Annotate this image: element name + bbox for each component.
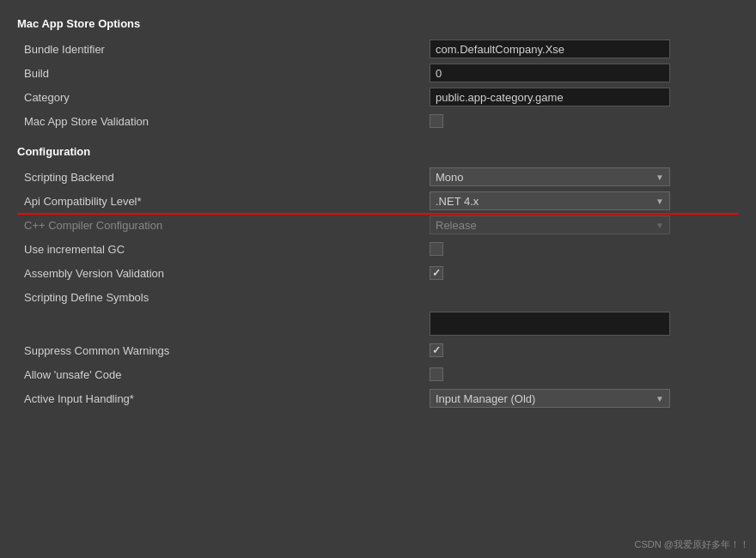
label-allow-unsafe-code: Allow 'unsafe' Code: [17, 368, 430, 381]
label-mac-app-store-validation: Mac App Store Validation: [17, 115, 430, 128]
dropdown-cpp-compiler-configuration-arrow: ▼: [655, 221, 664, 230]
section-title-mac-app-store: Mac App Store Options: [17, 17, 739, 30]
row-scripting-define-symbols-input: [17, 309, 739, 338]
label-build: Build: [17, 67, 430, 80]
dropdown-scripting-backend-arrow: ▼: [655, 173, 664, 182]
label-assembly-version-validation: Assembly Version Validation: [17, 267, 430, 280]
input-bundle-identifier[interactable]: [430, 39, 670, 58]
value-api-compatibility-level: .NET 4.x ▼: [430, 191, 739, 210]
row-bundle-identifier: Bundle Identifier: [17, 37, 739, 61]
dropdown-active-input-handling-value: Input Manager (Old): [436, 392, 535, 405]
value-active-input-handling: Input Manager (Old) ▼: [430, 389, 739, 408]
settings-panel: Mac App Store Options Bundle Identifier …: [0, 0, 756, 424]
dropdown-api-compatibility-level-arrow: ▼: [655, 197, 664, 206]
input-category[interactable]: [430, 88, 670, 106]
label-suppress-common-warnings: Suppress Common Warnings: [17, 344, 430, 357]
value-category: [430, 88, 739, 106]
dropdown-scripting-backend-value: Mono: [436, 171, 464, 184]
dropdown-api-compatibility-level[interactable]: .NET 4.x ▼: [430, 191, 670, 210]
label-category: Category: [17, 91, 430, 104]
value-cpp-compiler-configuration: Release ▼: [430, 215, 739, 234]
row-build: Build: [17, 61, 739, 85]
dropdown-cpp-compiler-configuration[interactable]: Release ▼: [430, 215, 670, 234]
value-allow-unsafe-code: [430, 367, 739, 381]
row-mac-app-store-validation: Mac App Store Validation: [17, 109, 739, 133]
watermark: CSDN @我爱原好多年！！: [635, 538, 749, 551]
label-use-incremental-gc: Use incremental GC: [17, 243, 430, 256]
value-build: [430, 64, 739, 82]
label-api-compatibility-level: Api Compatibility Level*: [17, 195, 430, 208]
row-category: Category: [17, 85, 739, 109]
value-suppress-common-warnings: [430, 343, 739, 357]
value-mac-app-store-validation: [430, 114, 739, 128]
textarea-scripting-define-symbols[interactable]: [430, 312, 670, 336]
input-build[interactable]: [430, 64, 670, 82]
label-scripting-define-symbols: Scripting Define Symbols: [17, 291, 430, 304]
checkbox-allow-unsafe-code[interactable]: [430, 367, 443, 381]
dropdown-cpp-compiler-configuration-value: Release: [436, 219, 477, 232]
dropdown-api-compatibility-level-value: .NET 4.x: [436, 195, 479, 208]
label-cpp-compiler-configuration: C++ Compiler Configuration: [17, 219, 430, 232]
checkbox-assembly-version-validation[interactable]: [430, 266, 443, 280]
dropdown-active-input-handling-arrow: ▼: [655, 394, 664, 403]
row-suppress-common-warnings: Suppress Common Warnings: [17, 338, 739, 362]
section-title-configuration: Configuration: [17, 145, 739, 158]
row-use-incremental-gc: Use incremental GC: [17, 237, 739, 261]
label-bundle-identifier: Bundle Identifier: [17, 43, 430, 56]
label-scripting-backend: Scripting Backend: [17, 171, 430, 184]
dropdown-scripting-backend[interactable]: Mono ▼: [430, 167, 670, 186]
row-assembly-version-validation: Assembly Version Validation: [17, 261, 739, 285]
dropdown-active-input-handling[interactable]: Input Manager (Old) ▼: [430, 389, 670, 408]
value-assembly-version-validation: [430, 266, 739, 280]
row-active-input-handling: Active Input Handling* Input Manager (Ol…: [17, 386, 739, 410]
checkbox-mac-app-store-validation[interactable]: [430, 114, 443, 128]
value-scripting-define-symbols-textarea: [430, 312, 739, 336]
row-scripting-define-symbols: Scripting Define Symbols: [17, 285, 739, 309]
value-scripting-backend: Mono ▼: [430, 167, 739, 186]
row-cpp-compiler-configuration: C++ Compiler Configuration Release ▼: [17, 213, 739, 237]
value-bundle-identifier: [430, 39, 739, 58]
label-active-input-handling: Active Input Handling*: [17, 392, 430, 405]
value-use-incremental-gc: [430, 242, 739, 256]
checkbox-suppress-common-warnings[interactable]: [430, 343, 443, 357]
row-api-compatibility-level: Api Compatibility Level* .NET 4.x ▼: [17, 189, 739, 213]
row-scripting-backend: Scripting Backend Mono ▼: [17, 165, 739, 189]
row-allow-unsafe-code: Allow 'unsafe' Code: [17, 362, 739, 386]
checkbox-use-incremental-gc[interactable]: [430, 242, 443, 256]
